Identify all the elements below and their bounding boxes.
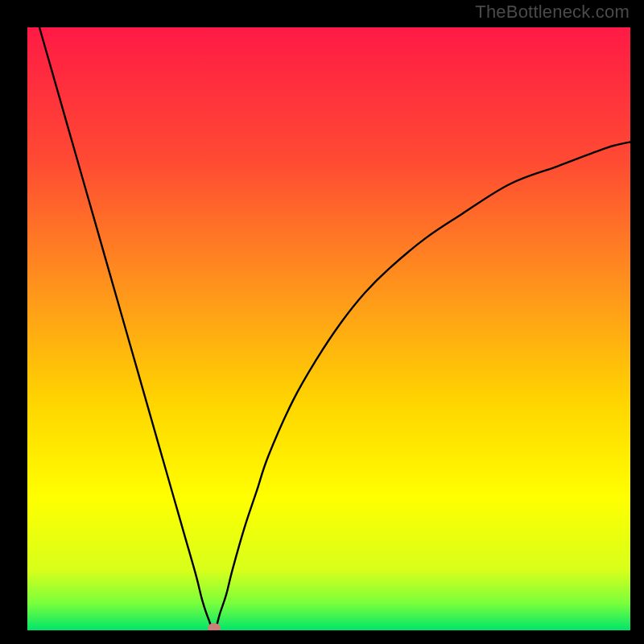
minimum-marker bbox=[208, 623, 221, 630]
plot-area bbox=[27, 27, 630, 630]
watermark-text: TheBottleneck.com bbox=[475, 2, 630, 23]
bottleneck-curve bbox=[27, 27, 630, 630]
